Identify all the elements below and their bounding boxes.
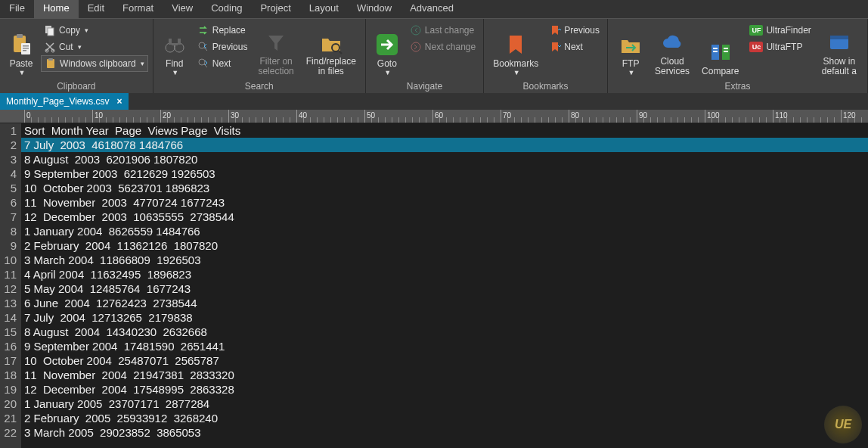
menu-home[interactable]: Home [34, 0, 79, 18]
code-line[interactable]: 10 October 2003 5623701 1896823 [21, 181, 868, 195]
paste-button[interactable]: Paste ▼ [5, 22, 38, 78]
svg-rect-3 [23, 45, 29, 47]
ruler-tick: 10 [92, 110, 93, 123]
chevron-down-icon: ▼ [628, 69, 635, 76]
ultrafinder-button[interactable]: UFUltraFinder [746, 22, 814, 39]
menu-view[interactable]: View [163, 0, 202, 18]
code-line[interactable]: 11 November 2003 4770724 1677243 [21, 195, 868, 210]
menu-window[interactable]: Window [348, 0, 401, 18]
code-line[interactable]: 1 January 2005 23707171 2877284 [21, 397, 868, 411]
bookmark-up-icon [549, 24, 561, 36]
ue-logo: UE [824, 406, 862, 443]
compare-icon [708, 40, 733, 64]
search-next-button[interactable]: Next [194, 55, 251, 72]
code-line[interactable]: 2 February 2004 11362126 1807820 [21, 238, 868, 253]
next-change-button[interactable]: Next change [407, 39, 479, 55]
menu-file[interactable]: File [0, 0, 34, 18]
bookmark-previous-button[interactable]: Previous [546, 22, 603, 39]
bookmark-next-button[interactable]: Next [546, 39, 603, 55]
chevron-down-icon: ▾ [85, 26, 88, 34]
cut-button[interactable]: Cut▾ [41, 39, 148, 55]
copy-button[interactable]: Copy▾ [41, 22, 148, 39]
chevron-down-icon: ▼ [384, 69, 391, 76]
svg-point-18 [199, 59, 205, 65]
ruler-tick: 90 [637, 110, 637, 123]
code-line[interactable]: 12 December 2004 17548995 2863328 [21, 382, 868, 397]
bookmarks-button[interactable]: Bookmarks ▼ [488, 22, 543, 78]
clipboard-icon [45, 58, 57, 70]
line-number-gutter: 12345678910111213141516171819202122 [0, 123, 21, 448]
arrow-left-circle-icon [410, 24, 422, 36]
code-line[interactable]: 9 September 2003 6212629 1926503 [21, 166, 868, 181]
code-line[interactable]: 9 September 2004 17481590 2651441 [21, 339, 868, 353]
code-line[interactable]: Sort Month Year Page Views Page Visits [21, 123, 868, 138]
goto-arrow-icon [375, 33, 399, 57]
code-line[interactable]: 3 March 2004 11866809 1926503 [21, 253, 868, 267]
copy-icon [44, 24, 56, 36]
group-navigate: Goto ▼ Last change Next change Navigate [366, 19, 484, 93]
cut-icon [44, 41, 56, 53]
group-label-clipboard: Clipboard [57, 81, 95, 92]
svg-point-22 [411, 42, 420, 51]
svg-rect-7 [48, 28, 54, 36]
code-line[interactable]: 1 January 2004 8626559 1484766 [21, 224, 868, 238]
svg-point-21 [411, 26, 420, 35]
code-line[interactable]: 7 July 2004 12713265 2179838 [21, 310, 868, 325]
replace-button[interactable]: Replace [194, 22, 251, 39]
cloud-icon [660, 31, 684, 55]
last-change-button[interactable]: Last change [407, 22, 479, 39]
group-search: Find ▼ Replace Previous Next Filter on s… [153, 19, 366, 93]
code-line[interactable]: 3 March 2005 29023852 3865053 [21, 425, 868, 440]
ruler-tick: 20 [160, 110, 161, 123]
code-line[interactable]: 12 December 2003 10635555 2738544 [21, 210, 868, 224]
close-tab-icon[interactable]: × [117, 96, 122, 107]
compare-button[interactable]: Compare [697, 22, 743, 78]
svg-rect-16 [172, 43, 178, 45]
menu-coding[interactable]: Coding [202, 0, 251, 18]
group-label-bookmarks: Bookmarks [523, 81, 569, 92]
binoculars-icon [163, 33, 187, 57]
svg-rect-1 [17, 34, 23, 38]
ruler-tick: 0 [24, 110, 25, 123]
code-line[interactable]: 6 June 2004 12762423 2738544 [21, 296, 868, 310]
ultraftp-button[interactable]: UcUltraFTP [746, 39, 814, 55]
code-line[interactable]: 11 November 2004 21947381 2833320 [21, 368, 868, 382]
text-editor[interactable]: 12345678910111213141516171819202122 Sort… [0, 123, 868, 448]
group-label-extras: Extras [724, 81, 750, 92]
code-line[interactable]: 7 July 2003 4618078 1484766 [21, 138, 868, 152]
menu-project[interactable]: Project [251, 0, 299, 18]
code-line[interactable]: 8 August 2004 14340230 2632668 [21, 325, 868, 339]
uf-badge-icon: UF [749, 25, 763, 36]
code-line[interactable]: 4 April 2004 11632495 1896823 [21, 267, 868, 282]
svg-rect-25 [713, 48, 718, 49]
filter-on-selection-button[interactable]: Filter on selection [253, 22, 298, 78]
previous-icon [197, 41, 209, 53]
arrow-right-circle-icon [410, 41, 422, 53]
uc-badge-icon: Uc [749, 42, 763, 52]
chevron-down-icon: ▾ [141, 60, 144, 67]
goto-button[interactable]: Goto ▼ [370, 22, 404, 78]
menu-layout[interactable]: Layout [300, 0, 348, 18]
menu-edit[interactable]: Edit [79, 0, 113, 18]
replace-icon [197, 24, 209, 36]
code-line[interactable]: 2 February 2005 25933912 3268240 [21, 411, 868, 425]
code-line[interactable]: 5 May 2004 12485764 1677243 [21, 282, 868, 296]
windows-clipboard-button[interactable]: Windows clipboard ▾ [41, 55, 148, 72]
ftp-button[interactable]: FTP ▼ [614, 22, 647, 78]
cloud-services-button[interactable]: Cloud Services [650, 22, 694, 78]
code-line[interactable]: 8 August 2003 6201906 1807820 [21, 152, 868, 166]
file-tab[interactable]: Monthly_Page_Views.csv × [0, 93, 129, 110]
svg-rect-30 [830, 36, 848, 39]
code-area[interactable]: Sort Month Year Page Views Page Visits7 … [21, 123, 868, 448]
find-in-files-button[interactable]: Find/replace in files [302, 22, 361, 78]
find-button[interactable]: Find ▼ [158, 22, 191, 78]
code-line[interactable]: 10 October 2004 25487071 2565787 [21, 353, 868, 368]
menu-format[interactable]: Format [113, 0, 163, 18]
search-previous-button[interactable]: Previous [194, 39, 251, 55]
svg-rect-28 [724, 51, 728, 52]
show-in-default-button[interactable]: Show in default a [817, 22, 861, 78]
svg-rect-11 [48, 58, 53, 61]
ribbon: Paste ▼ Copy▾ Cut▾ Windows clipboard ▾ [0, 18, 868, 93]
menu-advanced[interactable]: Advanced [401, 0, 463, 18]
ruler-tick: 100 [705, 110, 705, 123]
